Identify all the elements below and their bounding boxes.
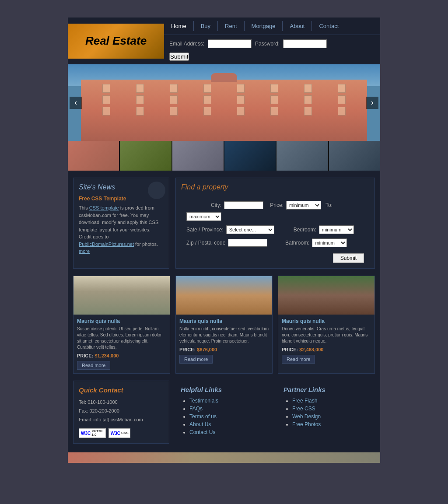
property-price-2: PRICE: $876,000: [179, 347, 269, 352]
header-top: Real Estate Home Buy Rent Mortgage About…: [68, 18, 380, 64]
list-item: About Us: [189, 421, 267, 427]
thumbnail-4[interactable]: [224, 141, 276, 171]
property-card-3: Mauris quis nulla Donec venenatis. Cras …: [278, 276, 375, 374]
find-row-1: City: Price: minimum $100,000 $200,000 $…: [186, 201, 364, 221]
nav: Home Buy Rent Mortgage About Contact: [164, 18, 380, 35]
nav-contact[interactable]: Contact: [312, 21, 346, 31]
properties-section: Mauris quis nulla Suspendisse potenti. U…: [73, 276, 375, 374]
footer-strip: [68, 452, 380, 463]
css-badge: W3C CSS: [108, 428, 131, 438]
login-submit[interactable]: [169, 52, 189, 61]
slideshow: ‹ ›: [68, 64, 380, 141]
read-more-3[interactable]: Read more: [282, 355, 315, 364]
city-label: City:: [186, 202, 221, 208]
email-input[interactable]: [208, 39, 252, 48]
web-design-link[interactable]: Web Design: [292, 413, 321, 420]
public-domain-link[interactable]: PublicDomainPictures.net: [79, 242, 134, 247]
partner-links: Partner Links Free Flash Free CSS Web De…: [278, 381, 375, 444]
property-title-1[interactable]: Mauris quis nulla: [77, 318, 166, 324]
free-css-link[interactable]: Free CSS: [292, 406, 315, 412]
w3c-badges: W3C XHTML1.0 W3C CSS: [79, 428, 164, 438]
slide-windows: [81, 84, 367, 119]
find-row-2: Sate / Province: Select one... Alabama C…: [186, 225, 364, 234]
nav-home[interactable]: Home: [164, 21, 194, 31]
property-title-2[interactable]: Mauris quis nulla: [179, 318, 269, 324]
property-title-3[interactable]: Mauris quis nulla: [282, 318, 371, 324]
bottom-section: Quick Contact Tel: 010-100-1000 Fax: 020…: [73, 381, 375, 444]
slide-next-button[interactable]: ›: [366, 97, 378, 109]
password-input[interactable]: [283, 39, 327, 48]
main-content: Site's News Free CSS Template This CSS t…: [68, 171, 380, 451]
thumbnail-strip: [68, 141, 380, 171]
terms-link[interactable]: Terms of us: [189, 413, 217, 420]
xhtml-badge: W3C XHTML1.0: [79, 428, 106, 438]
find-submit-button[interactable]: [333, 253, 364, 263]
property-card-1: Mauris quis nulla Suspendisse potenti. U…: [73, 276, 170, 374]
to-label: To:: [324, 202, 332, 208]
list-item: Terms of us: [189, 413, 267, 420]
bathroom-select[interactable]: minimum 1 2 3: [312, 238, 347, 247]
property-desc-1: Suspendisse potenti. Ut sed pede. Nullam…: [77, 326, 166, 350]
property-body-2: Mauris quis nulla Nulla enim nibh, conse…: [176, 315, 272, 367]
price-min-select[interactable]: minimum $100,000 $200,000 $500,000: [286, 201, 321, 210]
property-image-3: [278, 276, 374, 315]
list-item: Web Design: [292, 413, 370, 420]
news-body-end: for photos.: [134, 242, 158, 247]
nav-rent[interactable]: Rent: [218, 21, 244, 31]
thumbnail-3[interactable]: [172, 141, 224, 171]
testimonials-link[interactable]: Testimonials: [189, 398, 218, 404]
find-form: City: Price: minimum $100,000 $200,000 $…: [181, 197, 369, 255]
list-item: Free CSS: [292, 406, 370, 412]
state-select[interactable]: Select one... Alabama California Florida: [226, 225, 274, 234]
bedroom-select[interactable]: minimum 1 2 3: [319, 225, 354, 234]
read-more-1[interactable]: Read more: [77, 361, 110, 370]
quick-contact-title: Quick Contact: [79, 386, 164, 394]
property-desc-2: Nulla enim nibh, consectetuer sed, vesti…: [179, 326, 269, 344]
zip-label: Zip / Postal code: [186, 240, 225, 246]
faqs-link[interactable]: FAQs: [189, 406, 203, 412]
property-body-3: Mauris quis nulla Donec venenatis. Cras …: [278, 315, 374, 367]
news-body: This CSS template is provided from cssMo…: [79, 204, 164, 255]
css-template-link[interactable]: CSS template: [89, 205, 119, 210]
about-link[interactable]: About Us: [189, 421, 211, 427]
list-item: FAQs: [189, 406, 267, 412]
nav-about[interactable]: About: [283, 21, 312, 31]
contact-link[interactable]: Contact Us: [189, 429, 215, 435]
slide-prev-button[interactable]: ‹: [70, 97, 82, 109]
property-price-3: PRICE: $2,468,000: [282, 347, 371, 352]
thumbnail-1[interactable]: [68, 141, 119, 171]
thumbnail-2[interactable]: [120, 141, 171, 171]
contact-fax: Fax: 020-200-2000: [79, 407, 164, 416]
contact-tel: Tel: 010-100-1000: [79, 398, 164, 407]
list-item: Free Photos: [292, 421, 370, 427]
nav-login: Home Buy Rent Mortgage About Contact Ema…: [164, 18, 380, 64]
nav-mortgage[interactable]: Mortgage: [245, 21, 283, 31]
find-title: Find a property: [181, 183, 369, 191]
bedroom-label: Bedroom:: [286, 227, 316, 233]
nav-buy[interactable]: Buy: [194, 21, 218, 31]
sate-label: Sate / Province:: [186, 227, 224, 233]
more-link[interactable]: more: [79, 248, 90, 254]
slide-building: [81, 80, 367, 141]
find-property-box: Find a property City: Price: minimum $10…: [175, 178, 375, 269]
thumbnail-6[interactable]: [329, 141, 380, 171]
property-desc-3: Donec venenatis. Cras urna metus, feugia…: [282, 326, 371, 344]
free-flash-link[interactable]: Free Flash: [292, 398, 317, 404]
price-max-select[interactable]: maximum $500,000 $1,000,000 $2,000,000: [186, 212, 221, 221]
partner-links-title: Partner Links: [284, 386, 370, 393]
free-photos-link[interactable]: Free Photos: [292, 421, 321, 427]
helpful-links-list: Testimonials FAQs Terms of us About Us C…: [181, 398, 267, 435]
logo: Real Estate: [68, 24, 164, 59]
helpful-links: Helpful Links Testimonials FAQs Terms of…: [175, 381, 272, 444]
property-card-2: Mauris quis nulla Nulla enim nibh, conse…: [175, 276, 273, 374]
logo-text: Real Estate: [81, 30, 151, 52]
list-item: Testimonials: [189, 398, 267, 404]
city-input[interactable]: [224, 201, 263, 209]
read-more-2[interactable]: Read more: [179, 355, 213, 364]
partner-links-list: Free Flash Free CSS Web Design Free Phot…: [284, 398, 370, 427]
zip-input[interactable]: [228, 239, 267, 247]
property-price-1: PRICE: $1,234,000: [77, 353, 166, 358]
news-box: Site's News Free CSS Template This CSS t…: [73, 178, 169, 269]
thumbnail-5[interactable]: [276, 141, 328, 171]
property-image-2: [176, 276, 272, 315]
